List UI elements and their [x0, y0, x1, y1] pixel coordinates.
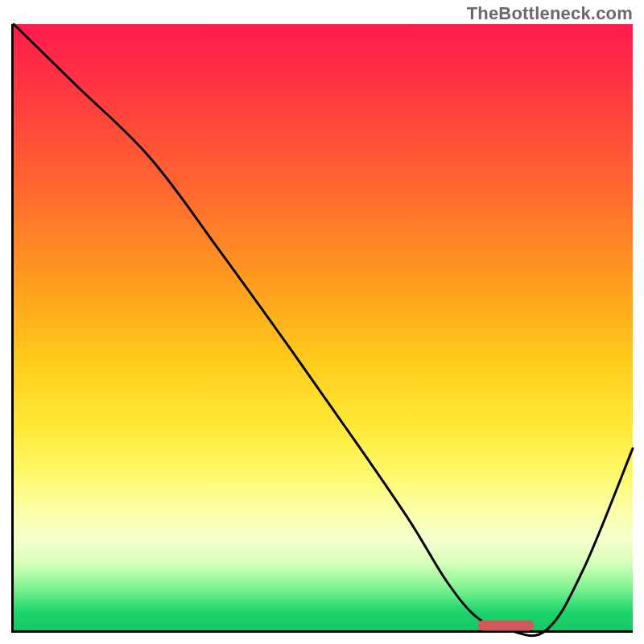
bottleneck-curve-path	[14, 24, 633, 636]
optimal-zone-marker	[478, 621, 534, 631]
chart-svg	[14, 24, 633, 630]
chart-plot-area	[11, 24, 633, 633]
chart-canvas: TheBottleneck.com	[0, 0, 644, 644]
watermark-text: TheBottleneck.com	[467, 3, 633, 24]
